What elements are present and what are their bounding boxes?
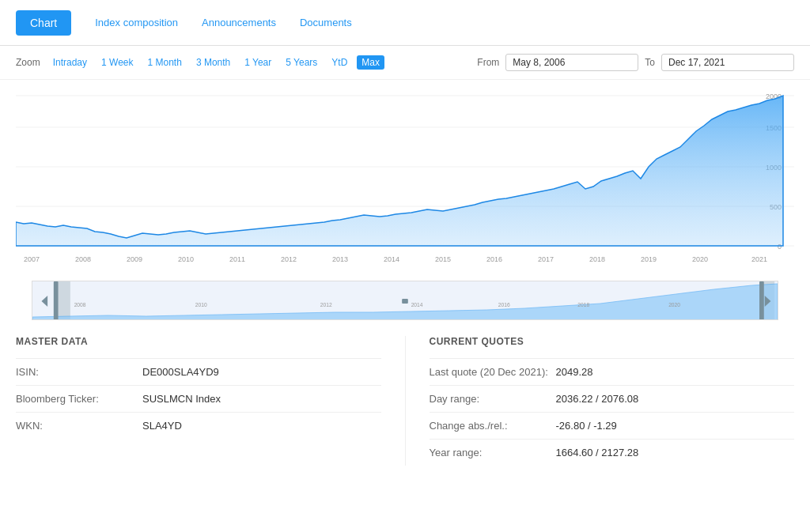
data-section: MASTER DATA ISIN: DE000SLA4YD9 Bloomberg… <box>0 320 810 481</box>
top-navigation: Chart Index composition Announcements Do… <box>0 0 810 46</box>
zoom-toolbar: Zoom Intraday 1 Week 1 Month 3 Month 1 Y… <box>0 46 810 80</box>
year-range-value: 1664.60 / 2127.28 <box>556 447 639 458</box>
svg-text:2008: 2008 <box>74 302 86 308</box>
svg-text:2012: 2012 <box>320 302 332 308</box>
svg-text:2018: 2018 <box>589 255 605 263</box>
navigator-svg: 2008 2010 2012 2014 2016 2018 2020 <box>32 281 778 320</box>
current-quotes-title: CURRENT QUOTES <box>430 336 795 347</box>
svg-text:2014: 2014 <box>384 255 399 263</box>
from-label: From <box>477 57 499 68</box>
master-data-panel: MASTER DATA ISIN: DE000SLA4YD9 Bloomberg… <box>16 336 381 466</box>
isin-row: ISIN: DE000SLA4YD9 <box>16 358 381 385</box>
zoom-ytd[interactable]: YtD <box>327 55 352 70</box>
svg-text:2020: 2020 <box>668 302 680 308</box>
svg-text:2016: 2016 <box>498 302 510 308</box>
svg-text:2018: 2018 <box>577 302 589 308</box>
svg-text:2015: 2015 <box>435 255 451 263</box>
zoom-1year[interactable]: 1 Year <box>240 55 276 70</box>
year-range-row: Year range: 1664.60 / 2127.28 <box>430 439 795 466</box>
svg-text:2017: 2017 <box>538 255 554 263</box>
chart-svg: 0 500 1000 1500 2000 2007 2008 2009 2010 <box>16 88 794 277</box>
svg-text:2008: 2008 <box>75 255 91 263</box>
svg-text:2010: 2010 <box>195 302 207 308</box>
year-range-label: Year range: <box>430 447 556 458</box>
change-row: Change abs./rel.: -26.80 / -1.29 <box>430 412 795 439</box>
svg-text:2011: 2011 <box>229 255 245 263</box>
master-data-title: MASTER DATA <box>16 336 381 347</box>
zoom-1week[interactable]: 1 Week <box>97 55 138 70</box>
svg-text:2012: 2012 <box>281 255 297 263</box>
bloomberg-label: Bloomberg Ticker: <box>16 393 142 405</box>
svg-rect-35 <box>54 281 59 320</box>
bloomberg-value: SUSLMCN Index <box>142 393 221 405</box>
svg-text:2010: 2010 <box>178 255 194 263</box>
main-chart[interactable]: 0 500 1000 1500 2000 2007 2008 2009 2010 <box>16 88 794 277</box>
zoom-intraday[interactable]: Intraday <box>48 55 92 70</box>
current-quotes-panel: CURRENT QUOTES Last quote (20 Dec 2021):… <box>430 336 795 466</box>
last-quote-label: Last quote (20 Dec 2021): <box>430 366 556 378</box>
divider <box>405 336 406 466</box>
last-quote-value: 2049.28 <box>556 366 593 378</box>
date-range-controls: From To <box>477 54 794 71</box>
svg-text:2014: 2014 <box>411 302 423 308</box>
chart-navigator[interactable]: 2008 2010 2012 2014 2016 2018 2020 <box>32 281 778 320</box>
announcements-link[interactable]: Announcements <box>202 17 276 28</box>
to-date-input[interactable] <box>661 54 794 71</box>
wkn-value: SLA4YD <box>142 420 182 432</box>
change-label: Change abs./rel.: <box>430 420 556 432</box>
index-composition-link[interactable]: Index composition <box>95 17 178 28</box>
svg-text:2007: 2007 <box>24 255 40 263</box>
svg-text:2009: 2009 <box>127 255 142 263</box>
svg-text:2013: 2013 <box>332 255 348 263</box>
isin-label: ISIN: <box>16 366 142 378</box>
zoom-5years[interactable]: 5 Years <box>281 55 322 70</box>
svg-text:2020: 2020 <box>692 255 708 263</box>
wkn-row: WKN: SLA4YD <box>16 412 381 439</box>
zoom-max[interactable]: Max <box>357 55 384 70</box>
zoom-3month[interactable]: 3 Month <box>191 55 235 70</box>
last-quote-row: Last quote (20 Dec 2021): 2049.28 <box>430 358 795 385</box>
chart-container: 0 500 1000 1500 2000 2007 2008 2009 2010 <box>0 80 810 320</box>
svg-rect-36 <box>759 281 764 320</box>
isin-value: DE000SLA4YD9 <box>142 366 219 378</box>
bloomberg-row: Bloomberg Ticker: SUSLMCN Index <box>16 385 381 412</box>
svg-text:2019: 2019 <box>641 255 657 263</box>
svg-text:2021: 2021 <box>751 255 767 263</box>
zoom-1month[interactable]: 1 Month <box>143 55 187 70</box>
documents-link[interactable]: Documents <box>300 17 352 28</box>
day-range-row: Day range: 2036.22 / 2076.08 <box>430 385 795 412</box>
from-date-input[interactable] <box>505 54 638 71</box>
day-range-value: 2036.22 / 2076.08 <box>556 393 639 405</box>
zoom-label: Zoom <box>16 57 40 68</box>
change-value: -26.80 / -1.29 <box>556 420 617 432</box>
day-range-label: Day range: <box>430 393 556 405</box>
svg-rect-39 <box>402 299 408 304</box>
chart-nav-button[interactable]: Chart <box>16 10 71 36</box>
wkn-label: WKN: <box>16 420 142 432</box>
svg-text:2016: 2016 <box>486 255 502 263</box>
page-container: Chart Index composition Announcements Do… <box>0 0 810 532</box>
to-label: To <box>645 57 655 68</box>
